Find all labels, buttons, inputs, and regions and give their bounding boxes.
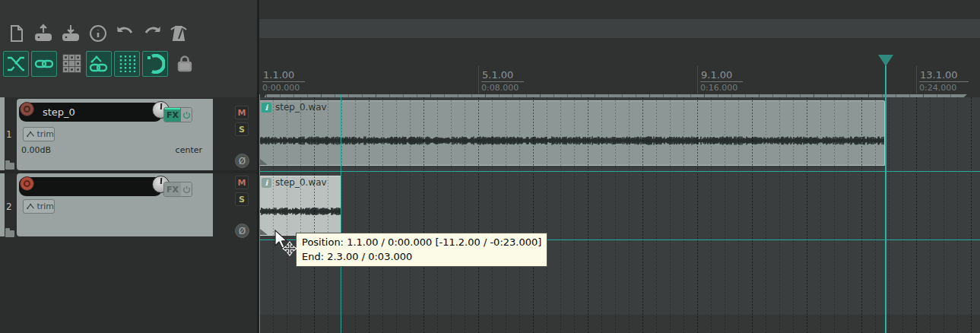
item-info-icon[interactable]: i — [262, 103, 271, 113]
save-project-icon[interactable] — [61, 23, 81, 44]
fx-power-icon[interactable] — [181, 108, 192, 122]
track-panel-1[interactable]: step_0 FX trim 0.00dB center — [17, 99, 213, 170]
track-control-panel-area: 1 step_0 FX trim 0.00dB center M S Ø — [0, 97, 257, 333]
waveform — [260, 101, 885, 166]
track-number: 2 — [6, 201, 12, 212]
solo-button[interactable]: S — [235, 122, 249, 136]
mute-button[interactable]: M — [235, 106, 249, 119]
metronome-icon[interactable] — [169, 23, 189, 44]
undo-icon[interactable] — [115, 23, 135, 44]
track-number: 1 — [6, 129, 12, 140]
tcp-left-grip[interactable] — [0, 97, 5, 236]
snap-toggle[interactable] — [114, 51, 140, 77]
reaper-window: 1 step_0 FX trim 0.00dB center M S Ø — [0, 0, 980, 333]
horizontal-scrollbar[interactable] — [257, 19, 980, 38]
solo-button[interactable]: S — [235, 192, 249, 206]
gain-readout[interactable]: 0.00dB — [21, 145, 51, 155]
trim-label: trim — [36, 129, 54, 139]
tooltip-end-line: End: 2.3.00 / 0:03.000 — [302, 249, 541, 264]
ruler-mark: 5.1.000:08.000 — [481, 67, 524, 93]
phase-button[interactable]: Ø — [235, 224, 249, 238]
ripple-edit-toggle[interactable] — [59, 51, 85, 77]
track-name-input[interactable] — [19, 177, 162, 196]
arrange-area[interactable]: i step_0.wav i step_0.wav — [259, 97, 980, 333]
gain-pan-row: 0.00dB center — [21, 145, 202, 155]
edit-cursor-handle[interactable] — [878, 55, 893, 66]
edit-guide-line-item-end — [341, 94, 341, 333]
fade-in-handle[interactable] — [260, 159, 268, 165]
record-arm-button[interactable] — [20, 102, 34, 116]
new-project-icon[interactable] — [7, 23, 27, 44]
fx-power-icon[interactable] — [181, 182, 192, 196]
mouse-cursor-move-icon — [272, 229, 304, 261]
pan-readout[interactable]: center — [176, 145, 202, 155]
item-info-icon[interactable]: i — [262, 178, 271, 188]
media-item[interactable]: i step_0.wav — [259, 100, 885, 166]
phase-button[interactable]: Ø — [235, 154, 249, 168]
track-panel-2[interactable]: FX trim — [17, 173, 213, 236]
edit-cursor[interactable] — [885, 56, 886, 333]
envelope-points-follow-toggle[interactable] — [86, 51, 112, 77]
trim-envelope-button[interactable]: trim — [23, 127, 55, 141]
trim-label: trim — [36, 201, 54, 211]
ruler-mark: 9.1.000:16.000 — [700, 67, 743, 93]
fx-button[interactable]: FX — [163, 107, 192, 122]
item-grouping-toggle[interactable] — [31, 51, 57, 77]
drag-tooltip: Position: 1.1.00 / 0:00.000 [-11.2.00 / … — [296, 233, 547, 267]
trim-envelope-button[interactable]: trim — [23, 199, 55, 214]
fade-in-handle[interactable] — [260, 229, 268, 235]
main-toolbar — [0, 0, 257, 97]
edit-guide-line-item-start — [259, 94, 260, 333]
fx-label[interactable]: FX — [164, 108, 181, 122]
locking-toggle[interactable] — [172, 51, 198, 77]
record-arm-button[interactable] — [20, 176, 34, 191]
open-project-icon[interactable] — [33, 23, 53, 44]
redo-icon[interactable] — [143, 23, 163, 44]
relative-snap-toggle[interactable] — [142, 51, 168, 77]
timeline-ruler[interactable]: 1.1.000:00.000 5.1.000:08.000 9.1.000:16… — [257, 65, 980, 94]
project-settings-icon[interactable] — [88, 23, 108, 44]
auto-crossfade-toggle[interactable] — [3, 51, 29, 77]
media-item-selected[interactable]: i step_0.wav — [259, 176, 341, 236]
edit-guide-line-track-top — [259, 171, 980, 172]
mute-button[interactable]: M — [235, 176, 249, 189]
item-title: step_0.wav — [275, 102, 327, 113]
item-title: step_0.wav — [275, 177, 327, 188]
tooltip-position-line: Position: 1.1.00 / 0:00.000 [-11.2.00 / … — [302, 235, 541, 249]
folder-indent-icon[interactable] — [5, 230, 14, 237]
ruler-mark: 13.1.000:24.000 — [919, 67, 969, 93]
fx-label[interactable]: FX — [164, 182, 181, 196]
folder-indent-icon[interactable] — [5, 163, 14, 170]
track-name-input[interactable]: step_0 — [19, 103, 162, 122]
fx-button[interactable]: FX — [163, 182, 192, 197]
ruler-mark: 1.1.000:00.000 — [262, 67, 305, 93]
